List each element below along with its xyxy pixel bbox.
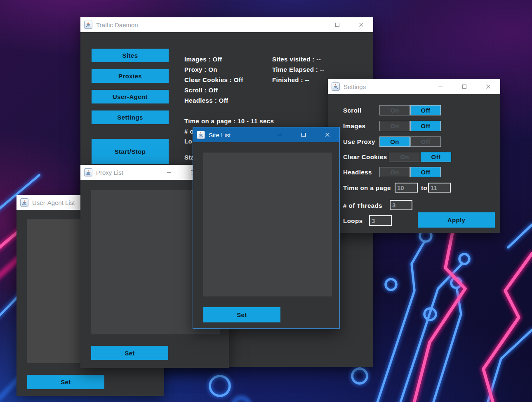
maximize-icon[interactable] bbox=[292, 127, 315, 142]
site-list-box[interactable] bbox=[203, 153, 332, 296]
start-stop-button[interactable]: Start/Stop bbox=[92, 139, 169, 164]
traffic-daemon-titlebar[interactable]: Traffic Daemon bbox=[80, 17, 373, 32]
maximize-icon[interactable] bbox=[452, 79, 476, 94]
clear-cookies-on-toggle[interactable]: On bbox=[389, 152, 420, 162]
apply-button[interactable]: Apply bbox=[418, 212, 495, 228]
close-icon[interactable] bbox=[349, 17, 373, 32]
clear-cookies-off-toggle[interactable]: Off bbox=[421, 152, 451, 162]
loops-label: Loops bbox=[343, 217, 363, 224]
close-icon[interactable] bbox=[315, 127, 339, 142]
user-agent-set-button[interactable]: Set bbox=[27, 375, 104, 389]
window-title: Proxy List bbox=[96, 169, 123, 176]
use-proxy-off-toggle[interactable]: Off bbox=[410, 136, 441, 147]
java-app-icon bbox=[84, 168, 92, 176]
loops-field[interactable] bbox=[369, 215, 392, 226]
window-title: Site List bbox=[209, 132, 231, 139]
minimize-icon[interactable] bbox=[301, 17, 325, 32]
threads-field[interactable] bbox=[390, 200, 412, 210]
status-time-on-page: Time on a page : 10 - 11 secs bbox=[184, 118, 274, 125]
scroll-on-toggle[interactable]: On bbox=[379, 105, 410, 115]
window-title: Traffic Daemon bbox=[96, 21, 138, 28]
clear-cookies-label: Clear Cookies bbox=[343, 153, 387, 160]
user-agent-button[interactable]: User-Agent bbox=[92, 90, 169, 103]
settings-button[interactable]: Settings bbox=[92, 110, 169, 124]
minimize-icon[interactable] bbox=[268, 127, 292, 142]
settings-window: Settings Scroll On Off Images On Off Use… bbox=[328, 79, 500, 233]
use-proxy-label: Use Proxy bbox=[343, 138, 375, 145]
close-icon[interactable] bbox=[476, 79, 500, 94]
time-from-field[interactable] bbox=[395, 183, 418, 193]
headless-on-toggle[interactable]: On bbox=[379, 167, 410, 177]
minimize-icon[interactable] bbox=[428, 79, 452, 94]
images-label: Images bbox=[343, 122, 366, 129]
headless-label: Headless bbox=[343, 169, 372, 176]
site-list-window: Site List Set bbox=[193, 127, 340, 329]
settings-titlebar[interactable]: Settings bbox=[328, 79, 500, 94]
java-app-icon bbox=[20, 198, 28, 207]
proxies-button[interactable]: Proxies bbox=[92, 69, 169, 83]
sites-button[interactable]: Sites bbox=[92, 49, 169, 62]
scroll-off-toggle[interactable]: Off bbox=[410, 105, 441, 115]
window-title: User-Agent List bbox=[32, 199, 75, 206]
time-to-field[interactable] bbox=[428, 183, 451, 193]
status-headless: Headless : Off bbox=[184, 97, 228, 104]
java-app-icon bbox=[84, 21, 92, 29]
status-sites-visited: Sites visited : -- bbox=[272, 56, 321, 63]
status-finished: Finished : -- bbox=[272, 76, 309, 83]
status-time-elapsed: Time Elapsed : -- bbox=[272, 66, 325, 73]
threads-label: # of Threads bbox=[343, 202, 382, 209]
time-on-page-label: Time on a page bbox=[343, 184, 391, 191]
minimize-icon[interactable] bbox=[157, 165, 181, 180]
status-proxy: Proxy : On bbox=[184, 66, 217, 73]
proxy-set-button[interactable]: Set bbox=[91, 346, 168, 360]
java-app-icon bbox=[332, 82, 340, 91]
time-to-word: to bbox=[421, 184, 427, 191]
settings-body: Scroll On Off Images On Off Use Proxy On… bbox=[328, 94, 500, 233]
images-off-toggle[interactable]: Off bbox=[410, 121, 441, 131]
status-loops-clipped: Lo bbox=[184, 138, 192, 145]
desktop: Traffic Daemon Sites Proxies User-Agent … bbox=[0, 0, 532, 402]
status-clear-cookies: Clear Cookies : Off bbox=[184, 76, 243, 83]
site-list-body: Set bbox=[193, 142, 339, 328]
status-scroll: Scroll : Off bbox=[184, 87, 218, 94]
site-set-button[interactable]: Set bbox=[203, 307, 280, 322]
use-proxy-on-toggle[interactable]: On bbox=[379, 136, 410, 147]
site-list-titlebar[interactable]: Site List bbox=[193, 127, 339, 142]
maximize-icon[interactable] bbox=[325, 17, 349, 32]
scroll-label: Scroll bbox=[343, 107, 362, 114]
headless-off-toggle[interactable]: Off bbox=[410, 167, 441, 177]
status-images: Images : Off bbox=[184, 56, 222, 63]
window-title: Settings bbox=[344, 83, 366, 90]
java-app-icon bbox=[197, 131, 205, 139]
images-on-toggle[interactable]: On bbox=[379, 121, 410, 131]
